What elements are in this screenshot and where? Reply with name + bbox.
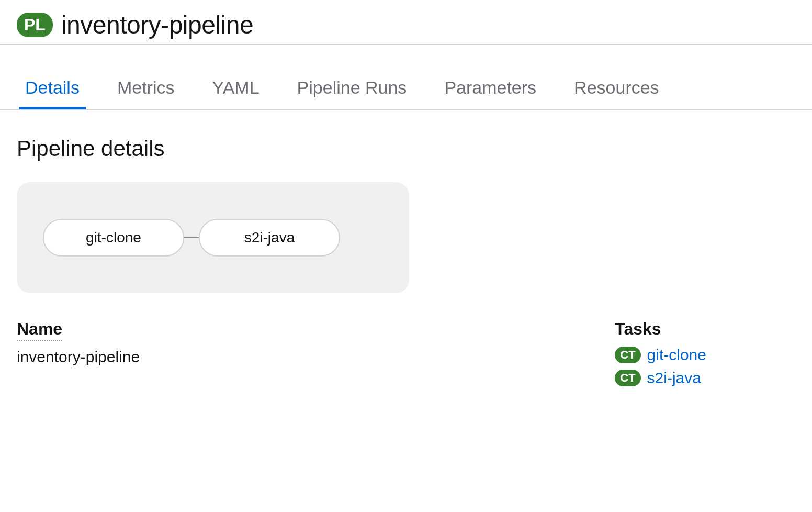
page-header: PL inventory-pipeline [0, 0, 812, 44]
name-label: Name [17, 319, 62, 341]
pipeline-diagram: git-clone s2i-java [17, 182, 409, 293]
task-link-row: CT git-clone [615, 346, 706, 364]
tab-yaml[interactable]: YAML [204, 71, 268, 109]
details-row: Name inventory-pipeline Tasks CT git-clo… [17, 319, 795, 392]
task-connector [184, 237, 199, 238]
task-node-s2i-java[interactable]: s2i-java [199, 219, 340, 257]
task-link-row: CT s2i-java [615, 369, 706, 387]
section-title: Pipeline details [17, 136, 795, 161]
task-link-git-clone[interactable]: git-clone [647, 346, 706, 364]
name-column: Name inventory-pipeline [17, 319, 140, 392]
cluster-task-badge: CT [615, 370, 640, 386]
tasks-label: Tasks [615, 319, 706, 339]
tab-bar: Details Metrics YAML Pipeline Runs Param… [0, 44, 812, 110]
tab-parameters[interactable]: Parameters [436, 71, 545, 109]
task-link-s2i-java[interactable]: s2i-java [647, 369, 701, 387]
page-title: inventory-pipeline [61, 10, 253, 39]
name-value: inventory-pipeline [17, 348, 140, 366]
tab-metrics[interactable]: Metrics [109, 71, 183, 109]
tasks-column: Tasks CT git-clone CT s2i-java [615, 319, 706, 392]
task-node-git-clone[interactable]: git-clone [43, 219, 184, 257]
tab-details[interactable]: Details [17, 71, 88, 109]
content-area: Pipeline details git-clone s2i-java Name… [0, 110, 812, 403]
tab-pipeline-runs[interactable]: Pipeline Runs [289, 71, 415, 109]
tab-resources[interactable]: Resources [566, 71, 668, 109]
cluster-task-badge: CT [615, 347, 640, 363]
pipeline-badge: PL [17, 13, 53, 37]
